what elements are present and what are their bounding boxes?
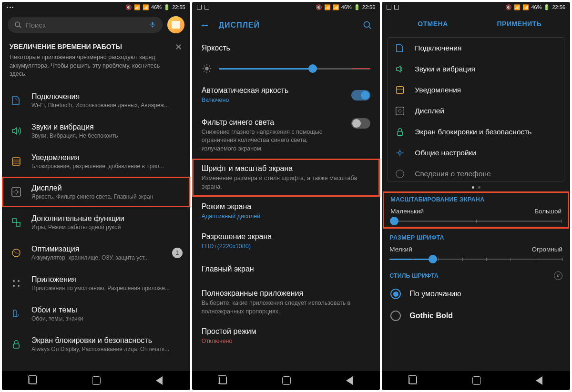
clock: 22:55 — [172, 4, 185, 10]
grid-connections[interactable]: Подключения — [388, 38, 564, 59]
back-arrow-icon[interactable]: ← — [200, 19, 210, 31]
zoom-slider[interactable] — [390, 221, 562, 222]
brightness-section: Яркость — [192, 38, 380, 60]
close-icon[interactable]: ✕ — [175, 42, 184, 50]
cancel-button[interactable]: ОТМЕНА — [389, 20, 476, 28]
nav-back-icon[interactable] — [346, 376, 353, 385]
grid-about[interactable]: Сведения о телефоне — [388, 163, 564, 181]
settings-preview-grid: Подключения Звуки и вибрация Уведомления… — [388, 37, 564, 181]
signal-icon: 📶 — [143, 4, 149, 10]
radio-icon — [390, 289, 401, 299]
apps-icon — [10, 278, 22, 289]
tip-body: Некоторые приложения чрезмерно расходуют… — [10, 53, 183, 79]
row-display[interactable]: ДисплейЯркость, Фильтр синего света, Гла… — [2, 177, 190, 207]
home-screen-row[interactable]: Главный экран — [192, 256, 380, 283]
nav-home-icon[interactable] — [472, 376, 481, 385]
search-box[interactable] — [8, 17, 163, 33]
connections-icon — [10, 95, 22, 106]
blue-filter-toggle[interactable] — [351, 118, 370, 129]
more-icon — [7, 7, 13, 8]
settings-list: ПодключенияWi-Fi, Bluetooth, Использован… — [2, 85, 190, 372]
display-settings-screen: 🔇 📶 📶 46% 🔋 22:56 ← ДИСПЛЕЙ Яркость Авто… — [192, 2, 380, 390]
profile-avatar[interactable] — [167, 16, 184, 33]
lock-icon — [395, 127, 405, 137]
font-size-slider[interactable] — [389, 259, 562, 260]
display-icon — [10, 186, 22, 198]
battery-icon: 🔋 — [163, 4, 170, 10]
mute-icon: 🔇 — [505, 4, 512, 10]
svg-rect-9 — [12, 219, 16, 222]
font-zoom-row[interactable]: Шрифт и масштаб экрана Изменение размера… — [192, 159, 380, 197]
grid-display[interactable]: Дисплей — [388, 101, 564, 121]
nav-home-icon[interactable] — [92, 376, 101, 385]
screen-mode-row[interactable]: Режим экрана Адаптивный дисплей — [192, 197, 380, 227]
row-advanced-features[interactable]: Дополнительные функцииИгры, Режим работы… — [2, 207, 190, 238]
mute-icon: 🔇 — [316, 4, 322, 10]
grid-general[interactable]: Общие настройки — [388, 142, 564, 163]
battery-tip-card[interactable]: УВЕЛИЧЕНИЕ ВРЕМЕНИ РАБОТЫ Некоторые прил… — [2, 37, 190, 85]
status-bar: 🔇 📶 📶 46% 🔋 22:56 — [192, 2, 380, 12]
svg-point-18 — [364, 22, 370, 28]
flipfont-icon[interactable]: ff — [554, 271, 562, 280]
blue-filter-row[interactable]: Фильтр синего света Снижение глазного на… — [192, 111, 380, 159]
font-max-label: Огромный — [532, 246, 562, 253]
grid-sounds[interactable]: Звуки и вибрация — [388, 59, 564, 80]
lock-icon — [10, 339, 22, 350]
svg-rect-21 — [397, 87, 404, 94]
settings-main-screen: 🔇 📶 📶 46% 🔋 22:55 УВЕЛИЧЕНИЕ ВРЕМЕНИ РАБ… — [2, 2, 190, 390]
row-optimization[interactable]: ОптимизацияАккумулятор, хранилище, ОЗУ, … — [2, 238, 190, 268]
status-bar: 🔇 📶 📶 46% 🔋 22:55 — [2, 2, 190, 12]
nav-recent-icon[interactable] — [30, 377, 37, 384]
brightness-slider[interactable] — [219, 68, 371, 70]
font-style-default[interactable]: По умолчанию — [382, 283, 570, 305]
row-wallpapers[interactable]: Обои и темыОбои, темы, значки — [2, 299, 190, 329]
svg-point-24 — [399, 110, 402, 112]
screenshot-icon — [197, 5, 202, 10]
battery-icon: 🔋 — [543, 4, 550, 10]
font-size-section: РАЗМЕР ШРИФТА Мелкий Огромный — [382, 230, 570, 267]
font-style-header: СТИЛЬ ШРИФТА — [389, 272, 439, 279]
svg-rect-16 — [13, 310, 16, 317]
nav-back-icon[interactable] — [156, 376, 163, 385]
nav-back-icon[interactable] — [536, 376, 542, 385]
grid-notifications[interactable]: Уведомления — [388, 80, 564, 101]
svg-rect-7 — [12, 188, 20, 196]
row-notifications[interactable]: УведомленияБлокирование, разрешение, доб… — [2, 146, 190, 177]
notifications-icon — [395, 85, 405, 95]
nav-home-icon[interactable] — [282, 376, 291, 385]
apply-button[interactable]: ПРИМЕНИТЬ — [476, 20, 562, 28]
row-connections[interactable]: ПодключенияWi-Fi, Bluetooth, Использован… — [2, 85, 190, 116]
svg-point-0 — [15, 22, 20, 26]
svg-point-26 — [399, 151, 402, 154]
nav-recent-icon[interactable] — [219, 377, 227, 384]
mic-icon[interactable] — [149, 20, 156, 29]
nav-recent-icon[interactable] — [409, 377, 417, 384]
row-sounds[interactable]: Звуки и вибрацияЗвуки, Вибрация, Не бесп… — [2, 116, 190, 146]
font-style-gothic-bold[interactable]: Gothic Bold — [382, 305, 570, 327]
section-header: МАСШТАБИРОВАНИЕ ЭКРАНА — [390, 196, 562, 203]
mute-icon: 🔇 — [125, 4, 132, 10]
simple-mode-row[interactable]: Простой режим Отключено — [192, 322, 380, 352]
search-icon — [14, 21, 22, 29]
row-lockscreen[interactable]: Экран блокировки и безопасностьAlways On… — [2, 329, 190, 360]
svg-rect-17 — [13, 344, 19, 348]
brightness-icon — [202, 63, 212, 74]
resolution-row[interactable]: Разрешение экрана FHD+(2220x1080) — [192, 227, 380, 257]
search-icon[interactable] — [363, 20, 372, 30]
zoom-min-label: Маленький — [390, 208, 424, 215]
svg-line-19 — [369, 27, 371, 29]
auto-brightness-row[interactable]: Автоматическая яркость Включено — [192, 81, 380, 111]
fullscreen-apps-row[interactable]: Полноэкранные приложения Выберите, какие… — [192, 283, 380, 322]
grid-lockscreen[interactable]: Экран блокировки и безопасность — [388, 121, 564, 142]
search-input[interactable] — [26, 21, 145, 29]
font-min-label: Мелкий — [389, 246, 412, 253]
sound-icon — [395, 64, 405, 74]
nav-bar — [2, 371, 190, 390]
svg-point-15 — [18, 285, 20, 287]
font-zoom-screen: 🔇 📶 📶 46% 🔋 22:56 ОТМЕНА ПРИМЕНИТЬ Подкл… — [382, 2, 570, 390]
svg-point-8 — [15, 191, 18, 193]
row-apps[interactable]: ПриложенияПриложения по умолчанию, Разре… — [2, 268, 190, 299]
optimization-icon — [10, 247, 22, 259]
auto-brightness-toggle[interactable] — [351, 90, 370, 101]
info-icon — [395, 169, 405, 179]
